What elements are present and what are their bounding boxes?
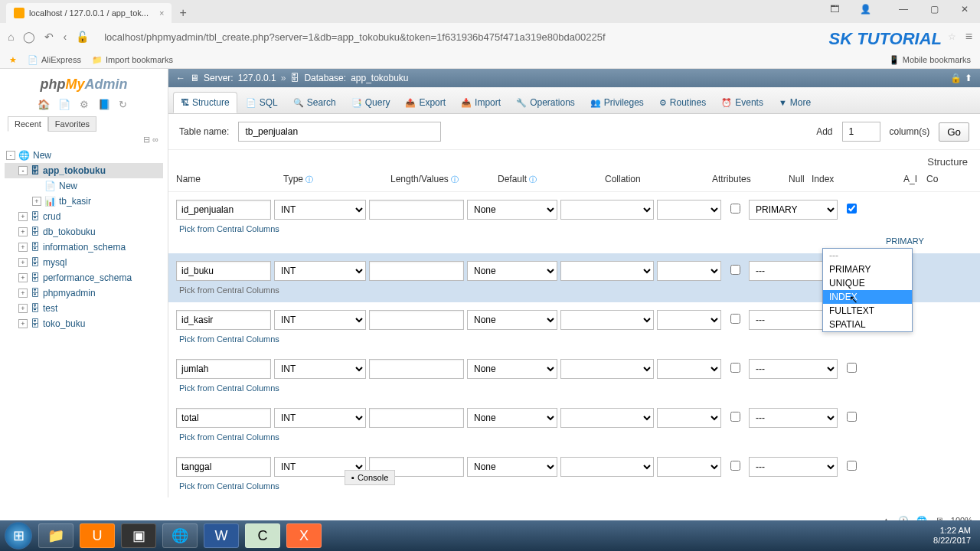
chrome-user-icon[interactable]: 👤 xyxy=(850,0,880,18)
field-type-select[interactable]: INT xyxy=(274,261,366,281)
field-type-select[interactable]: INT xyxy=(274,310,366,330)
field-type-select[interactable]: INT xyxy=(274,408,366,428)
dropdown-option[interactable]: UNIQUE xyxy=(823,276,912,290)
bookmark-aliexpress[interactable]: 📄 AliExpress xyxy=(28,55,81,65)
help-icon[interactable]: ⓘ xyxy=(305,175,313,184)
tab-sql[interactable]: 📄SQL xyxy=(239,92,285,113)
dropdown-option[interactable]: PRIMARY xyxy=(823,262,912,276)
field-ai-checkbox[interactable] xyxy=(847,461,857,471)
field-collation-select[interactable] xyxy=(560,261,654,281)
field-collation-select[interactable] xyxy=(560,457,654,477)
pick-central-columns-link[interactable]: Pick from Central Columns xyxy=(176,477,972,491)
tab-events[interactable]: ⏰Events xyxy=(714,92,770,113)
field-null-checkbox[interactable] xyxy=(730,363,740,373)
table-name-input[interactable] xyxy=(238,122,441,142)
lock-icon[interactable]: 🔒 xyxy=(950,73,962,83)
tab-structure[interactable]: 🏗Structure xyxy=(173,92,237,113)
tree-new[interactable]: -🌐 New xyxy=(5,148,163,163)
new-tab-button[interactable]: + xyxy=(172,3,194,23)
url-bar[interactable]: localhost/phpmyadmin/tbl_create.php?serv… xyxy=(98,31,939,43)
nav-back-icon[interactable]: ‹ xyxy=(63,31,67,43)
field-null-checkbox[interactable] xyxy=(730,314,740,324)
tree-db-tokobuku[interactable]: +🗄 db_tokobuku xyxy=(5,224,163,240)
dropdown-option[interactable]: FULLTEXT xyxy=(823,304,912,318)
field-index-select[interactable]: --- xyxy=(749,457,838,477)
tab-search[interactable]: 🔍Search xyxy=(286,92,343,113)
tree-toko-buku[interactable]: +🗄 toko_buku xyxy=(5,316,163,331)
tab-operations[interactable]: 🔧Operations xyxy=(509,92,582,113)
taskbar-chrome[interactable]: 🌐 xyxy=(162,523,198,548)
taskbar-xampp[interactable]: X xyxy=(286,523,322,548)
help-icon[interactable]: ⓘ xyxy=(451,175,459,184)
field-name-input[interactable] xyxy=(176,200,271,220)
field-null-checkbox[interactable] xyxy=(730,461,740,471)
browser-tab[interactable]: localhost / 127.0.0.1 / app_tok... × xyxy=(6,3,172,23)
tab-query[interactable]: 📑Query xyxy=(345,92,397,113)
page-up-icon[interactable]: ⬆ xyxy=(965,73,972,83)
panel-toggle-icon[interactable]: ← xyxy=(176,73,185,83)
tree-app-tokobuku[interactable]: -🗄 app_tokobuku xyxy=(5,163,163,178)
tree-app-new[interactable]: 📄 New xyxy=(5,178,163,194)
window-close[interactable]: ✕ xyxy=(949,0,980,18)
pick-central-columns-link[interactable]: Pick from Central Columns xyxy=(176,428,972,442)
add-columns-input[interactable] xyxy=(842,122,880,142)
tree-phpmyadmin[interactable]: +🗄 phpmyadmin xyxy=(5,285,163,301)
field-name-input[interactable] xyxy=(176,408,271,428)
field-collation-select[interactable] xyxy=(560,310,654,330)
field-attributes-select[interactable] xyxy=(657,200,721,220)
field-ai-checkbox[interactable] xyxy=(847,412,857,422)
field-index-select[interactable]: PRIMARY xyxy=(749,200,838,220)
reload-icon[interactable]: ◯ xyxy=(23,31,35,43)
field-length-input[interactable] xyxy=(369,359,464,379)
field-name-input[interactable] xyxy=(176,457,271,477)
sidebar-tab-favorites[interactable]: Favorites xyxy=(48,116,96,132)
field-name-input[interactable] xyxy=(176,261,271,281)
menu-icon[interactable]: ≡ xyxy=(965,30,972,44)
go-button[interactable]: Go xyxy=(939,122,969,142)
field-attributes-select[interactable] xyxy=(657,457,721,477)
sidebar-toolbar[interactable]: 🏠 📄 ⚙ 📘 ↻ xyxy=(3,96,165,113)
field-default-select[interactable]: None xyxy=(467,457,557,477)
window-maximize[interactable]: ▢ xyxy=(919,0,949,18)
field-name-input[interactable] xyxy=(176,310,271,330)
bookmark-import[interactable]: 📁 Import bookmarks xyxy=(92,55,173,65)
tree-collapse-icons[interactable]: ⊟ ∞ xyxy=(3,135,165,145)
pick-central-columns-link[interactable]: Pick from Central Columns xyxy=(176,379,972,393)
field-default-select[interactable]: None xyxy=(467,261,557,281)
taskbar-terminal[interactable]: ▣ xyxy=(121,523,156,548)
start-button[interactable] xyxy=(5,522,32,549)
breadcrumb-server[interactable]: 127.0.0.1 xyxy=(238,73,276,83)
sidebar-tab-recent[interactable]: Recent xyxy=(8,116,48,132)
bookmark-star-icon[interactable]: ☆ xyxy=(948,31,956,42)
field-collation-select[interactable] xyxy=(560,200,654,220)
taskbar-word[interactable]: W xyxy=(204,523,239,548)
field-attributes-select[interactable] xyxy=(657,408,721,428)
field-ai-checkbox[interactable] xyxy=(847,204,857,214)
field-collation-select[interactable] xyxy=(560,408,654,428)
tree-crud[interactable]: +🗄 crud xyxy=(5,209,163,224)
field-ai-checkbox[interactable] xyxy=(847,363,857,373)
console-button[interactable]: ▪ Console xyxy=(345,470,395,485)
field-null-checkbox[interactable] xyxy=(730,412,740,422)
tab-routines[interactable]: ⚙Routines xyxy=(652,92,713,113)
help-icon[interactable]: ⓘ xyxy=(529,175,537,184)
field-index-select[interactable]: --- xyxy=(749,408,838,428)
tab-more[interactable]: ▼More xyxy=(772,92,818,113)
tree-information-schema[interactable]: +🗄 information_schema xyxy=(5,240,163,255)
field-attributes-select[interactable] xyxy=(657,310,721,330)
field-length-input[interactable] xyxy=(369,408,464,428)
tab-close-icon[interactable]: × xyxy=(159,8,164,18)
home-icon[interactable]: ⌂ xyxy=(8,31,14,43)
field-type-select[interactable]: INT xyxy=(274,359,366,379)
field-default-select[interactable]: None xyxy=(467,408,557,428)
tab-export[interactable]: 📤Export xyxy=(398,92,452,113)
back-icon[interactable]: ↶ xyxy=(44,31,54,43)
taskbar-camtasia[interactable]: C xyxy=(245,523,280,548)
dropdown-option[interactable]: INDEX xyxy=(823,290,912,304)
field-length-input[interactable] xyxy=(369,200,464,220)
chrome-tab-icon[interactable]: 🗔 xyxy=(819,0,850,18)
tab-privileges[interactable]: 👥Privileges xyxy=(583,92,651,113)
window-minimize[interactable]: — xyxy=(888,0,919,18)
field-length-input[interactable] xyxy=(369,310,464,330)
field-default-select[interactable]: None xyxy=(467,310,557,330)
